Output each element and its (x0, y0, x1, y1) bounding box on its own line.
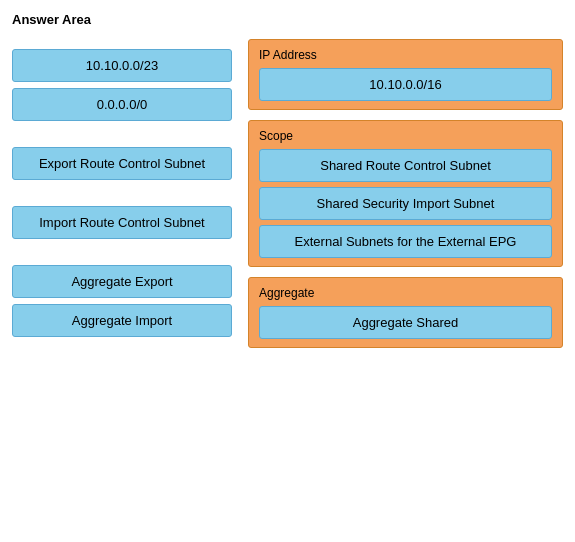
left-column: 10.10.0.0/23 0.0.0.0/0 Export Route Cont… (12, 39, 232, 337)
ip-address-label: IP Address (259, 48, 552, 62)
right-column: IP Address 10.10.0.0/16 Scope Shared Rou… (248, 39, 563, 348)
aggregate-shared[interactable]: Aggregate Shared (259, 306, 552, 339)
aggregate-label: Aggregate (259, 286, 552, 300)
spacer-2 (12, 186, 232, 200)
main-layout: 10.10.0.0/23 0.0.0.0/0 Export Route Cont… (12, 39, 563, 348)
scope-label: Scope (259, 129, 552, 143)
spacer-1 (12, 127, 232, 141)
ip-address-section: IP Address 10.10.0.0/16 (248, 39, 563, 110)
aggregate-section: Aggregate Aggregate Shared (248, 277, 563, 348)
external-subnets-epg[interactable]: External Subnets for the External EPG (259, 225, 552, 258)
aggregate-import[interactable]: Aggregate Import (12, 304, 232, 337)
ip-prefix-2[interactable]: 0.0.0.0/0 (12, 88, 232, 121)
shared-security-import-subnet[interactable]: Shared Security Import Subnet (259, 187, 552, 220)
aggregate-export[interactable]: Aggregate Export (12, 265, 232, 298)
export-route-control[interactable]: Export Route Control Subnet (12, 147, 232, 180)
ip-prefix-1[interactable]: 10.10.0.0/23 (12, 49, 232, 82)
import-route-control[interactable]: Import Route Control Subnet (12, 206, 232, 239)
spacer-3 (12, 245, 232, 259)
ip-address-value[interactable]: 10.10.0.0/16 (259, 68, 552, 101)
shared-route-control-subnet[interactable]: Shared Route Control Subnet (259, 149, 552, 182)
scope-section: Scope Shared Route Control Subnet Shared… (248, 120, 563, 267)
answer-area-label: Answer Area (12, 12, 563, 27)
